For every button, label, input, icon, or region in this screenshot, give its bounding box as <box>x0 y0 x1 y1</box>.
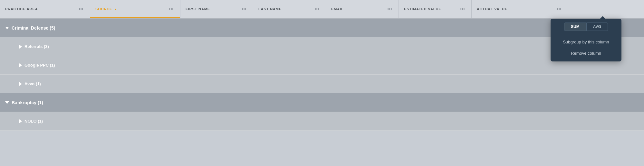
col-more-actual-value[interactable]: ••• <box>555 6 563 12</box>
sort-asc-icon: ▲ <box>114 7 118 11</box>
col-label-practice-area: PRACTICE AREA <box>5 7 38 11</box>
group-row-criminal-defense[interactable]: Criminal Defense (5) <box>0 19 644 37</box>
col-header-last-name[interactable]: LAST NAME ••• <box>253 0 326 18</box>
col-header-estimated-value[interactable]: ESTIMATED VALUE ••• <box>399 0 472 18</box>
subgroup-row-nolo[interactable]: NOLO (1) <box>0 112 644 131</box>
subgroup-label-nolo: NOLO (1) <box>19 119 43 124</box>
group-label-bankruptcy: Bankruptcy (1) <box>5 100 43 105</box>
col-more-last-name[interactable]: ••• <box>313 6 321 12</box>
expand-icon-bankruptcy <box>5 101 9 104</box>
col-label-email: EMAIL <box>331 7 344 11</box>
avg-toggle-button[interactable]: AVG <box>586 23 608 31</box>
expand-icon-referrals <box>19 45 22 49</box>
col-more-email[interactable]: ••• <box>386 6 393 12</box>
col-header-practice-area[interactable]: PRACTICE AREA ••• <box>0 0 90 18</box>
col-more-first-name[interactable]: ••• <box>240 6 248 12</box>
col-more-source[interactable]: ••• <box>168 6 175 12</box>
table-header: PRACTICE AREA ••• SOURCE ▲ ••• FIRST NAM… <box>0 0 644 19</box>
subgroup-label-avvo: Avvo (1) <box>19 81 41 86</box>
col-label-estimated-value: ESTIMATED VALUE <box>404 7 441 11</box>
col-header-email[interactable]: EMAIL ••• <box>326 0 399 18</box>
expand-icon-google-ppc <box>19 63 22 67</box>
expand-icon-criminal-defense <box>5 27 9 29</box>
sum-toggle-button[interactable]: SUM <box>564 23 586 31</box>
col-label-first-name: FIRST NAME <box>186 7 210 11</box>
col-more-practice-area[interactable]: ••• <box>77 6 85 12</box>
col-label-actual-value: ACTUAL VALUE <box>477 7 507 11</box>
table-body: Criminal Defense (5) Referrals (3) Googl… <box>0 19 644 131</box>
subgroup-by-column-item[interactable]: Subgroup by this column <box>551 36 621 48</box>
subgroup-label-google-ppc: Google PPC (1) <box>19 63 55 68</box>
sum-avg-toggle: SUM AVG <box>551 23 621 31</box>
expand-icon-avvo <box>19 82 22 86</box>
column-context-menu: SUM AVG Subgroup by this column Remove c… <box>551 19 621 61</box>
col-header-first-name[interactable]: FIRST NAME ••• <box>180 0 253 18</box>
subgroup-row-referrals[interactable]: Referrals (3) <box>0 37 644 56</box>
col-header-actual-value[interactable]: ACTUAL VALUE ••• <box>472 0 568 18</box>
remove-column-item[interactable]: Remove column <box>551 48 621 59</box>
subgroup-label-referrals: Referrals (3) <box>19 44 49 49</box>
col-label-last-name: LAST NAME <box>258 7 282 11</box>
subgroup-row-avvo[interactable]: Avvo (1) <box>0 75 644 93</box>
expand-icon-nolo <box>19 119 22 123</box>
col-label-source: SOURCE ▲ <box>95 7 118 11</box>
popup-divider <box>551 35 621 35</box>
group-label-criminal-defense: Criminal Defense (5) <box>5 25 55 31</box>
group-row-bankruptcy[interactable]: Bankruptcy (1) <box>0 93 644 112</box>
col-more-estimated-value[interactable]: ••• <box>459 6 466 12</box>
col-header-source[interactable]: SOURCE ▲ ••• <box>90 0 180 18</box>
subgroup-row-google-ppc[interactable]: Google PPC (1) <box>0 56 644 75</box>
